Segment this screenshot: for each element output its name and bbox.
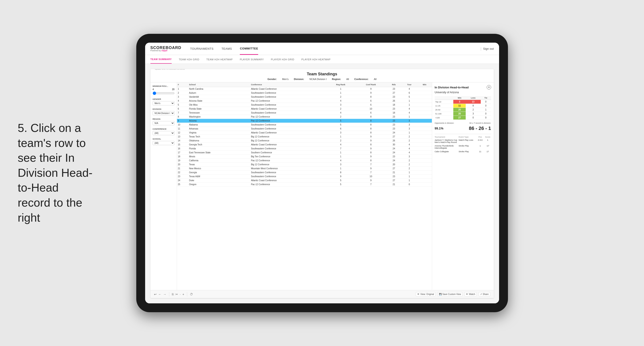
cell-win [417, 171, 432, 174]
cell-num: 15 [177, 143, 188, 147]
table-row[interactable]: 9 Arizona Pac-12 Conference 5 8 23 3 [177, 119, 432, 123]
cell-conf-rank: 7 [355, 182, 386, 186]
table-row[interactable]: 2 Auburn Southeastern Conference 1 9 27 … [177, 91, 432, 95]
table-row[interactable]: 22 Georgia Southeastern Conference 8 7 2… [177, 171, 432, 174]
share-button[interactable]: ↗ Share [478, 292, 490, 296]
table-row[interactable]: 8 Washington Pac-12 Conference 2 8 23 1 [177, 115, 432, 119]
h2h-cell-win: 20 [453, 112, 466, 116]
table-row[interactable]: 5 Ole Miss Southeastern Conference 3 6 1… [177, 103, 432, 107]
table-row[interactable]: 16 Florida Southeastern Conference 7 9 2… [177, 147, 432, 151]
next-icon[interactable]: → [163, 293, 166, 296]
nav-committee[interactable]: COMMITTEE [240, 43, 258, 55]
table-row[interactable]: 12 Virginia Atlantic Coast Conference 3 … [177, 131, 432, 135]
h2h-cell-label: Top 10 [435, 100, 454, 104]
cell-conf-rank: 8 [355, 123, 386, 127]
table-row[interactable]: 1 North Carolina Atlantic Coast Conferen… [177, 87, 432, 91]
time-icon[interactable]: ⏱ [190, 293, 193, 296]
cell-rds: 27 [386, 167, 401, 171]
add-icon[interactable]: + [182, 293, 184, 296]
table-row[interactable]: 7 Tennessee Southeastern Conference 4 6 … [177, 111, 432, 115]
table-row[interactable]: 24 Duke Atlantic Coast Conference 5 9 27… [177, 178, 432, 182]
region-select[interactable]: N/A [153, 121, 174, 125]
gender-select[interactable]: Men's [153, 101, 174, 105]
table-row[interactable]: 11 Arkansas Southeastern Conference 6 8 … [177, 127, 432, 131]
table-row[interactable]: 21 New Mexico Mountain West Conference 1… [177, 167, 432, 171]
table-row[interactable]: 14 Oklahoma Big 12 Conference 2 9 26 2 [177, 139, 432, 143]
subnav-team-h2h-grid[interactable]: TEAM H2H GRID [179, 55, 199, 63]
cell-num: 9 [177, 119, 188, 123]
cell-reg-rank: 5 [326, 178, 355, 182]
col-event-type: Event Type [458, 136, 476, 138]
table-row[interactable]: 13 Texas Tech Big 12 Conference 1 9 27 2 [177, 135, 432, 139]
school-select[interactable]: (All) [153, 141, 174, 145]
cell-reg-rank: 2 [326, 95, 355, 99]
h2h-close-button[interactable]: ✕ [487, 85, 491, 89]
table-row[interactable]: 23 Texas A&M Southeastern Conference 9 1… [177, 174, 432, 178]
tournament-rows: Jackson T. Stephens Cup Men's Match-Play… [435, 139, 491, 153]
table-row[interactable]: 19 California Pac-12 Conference 4 8 24 2 [177, 159, 432, 163]
cell-school: Tennessee [188, 111, 250, 115]
cell-num: 7 [177, 111, 188, 115]
prev-icon[interactable]: ← [158, 293, 162, 296]
cell-rds: 27 [386, 178, 401, 182]
h2h-table: Win Loss Tie Top 10 3 13 0 11-25 11 8 0 … [435, 96, 491, 120]
nav-tournaments[interactable]: TOURNAMENTS [190, 43, 214, 54]
view-original-button[interactable]: 👁 View: Original [416, 292, 436, 296]
col-rds: Rds [386, 82, 401, 87]
table-row[interactable]: 17 East Tennessee State Southern Confere… [177, 151, 432, 155]
table-row[interactable]: 3 Vanderbilt Southeastern Conference 2 8… [177, 95, 432, 99]
undo-icon[interactable]: ↩ [154, 293, 157, 296]
h2h-title: In Division Head-to-Head [435, 86, 469, 89]
cell-conference: Atlantic Coast Conference [250, 107, 326, 111]
sign-out-button[interactable]: Sign out [483, 47, 494, 50]
gender-value: Men's [282, 78, 288, 80]
region-filter: Region N/A [153, 118, 174, 125]
nav-teams[interactable]: TEAMS [222, 43, 232, 54]
h2h-cell-tie: 0 [481, 104, 491, 108]
subnav-team-summary[interactable]: TEAM SUMMARY [150, 55, 172, 64]
h2h-cell-win: 3 [453, 100, 466, 104]
table-row[interactable]: 4 Arizona State Pac-12 Conference 4 6 26… [177, 99, 432, 103]
subnav-player-h2h-heatmap[interactable]: PLAYER H2H HEATMAP [301, 55, 330, 63]
h2h-table-body: Top 10 3 13 0 11-25 11 8 0 26-50 25 2 1 … [435, 100, 491, 120]
cell-school: Alabama [188, 123, 250, 127]
subnav-team-h2h-heatmap[interactable]: TEAM H2H HEATMAP [206, 55, 233, 63]
cell-rds: 23 [386, 127, 401, 131]
h2h-cell-win: 11 [453, 104, 466, 108]
division-filter: Division NCAA Division I [153, 108, 174, 115]
table-row[interactable]: 10 Alabama Southeastern Conference 5 8 2… [177, 123, 432, 127]
subnav-player-h2h-grid[interactable]: PLAYER H2H GRID [271, 55, 294, 63]
min-rounds-val1: 4 [153, 88, 154, 91]
dot-icon[interactable]: · [180, 293, 181, 296]
cell-num: 18 [177, 155, 188, 159]
table-row[interactable]: 18 Illinois Big Ten Conference 1 9 23 3 [177, 155, 432, 159]
col-conf-rank: Conf Rank [355, 82, 386, 87]
division-select[interactable]: NCAA Division I [153, 111, 174, 115]
cut-icon[interactable]: ✂ [176, 293, 178, 296]
table-row[interactable]: 25 Oregon Pac-12 Conference 5 7 21 0 [177, 182, 432, 186]
h2h-school: University of Arizona [435, 91, 491, 94]
view-icon: 👁 [417, 293, 420, 295]
subnav-player-summary[interactable]: PLAYER SUMMARY [240, 55, 264, 63]
min-rounds-slider[interactable] [153, 91, 174, 95]
cell-school: East Tennessee State [188, 151, 250, 155]
save-custom-button[interactable]: 💾 Save Custom View [437, 292, 462, 296]
cell-rds: 23 [386, 123, 401, 127]
cell-tour: 1 [401, 178, 418, 182]
cell-num: 14 [177, 139, 188, 143]
watch-button[interactable]: 👁 Watch [464, 292, 477, 296]
h2h-cell-label: 51-100 [435, 112, 454, 116]
cell-win [417, 123, 432, 127]
gender-label: Gender: [268, 78, 277, 80]
cell-conference: Pac-12 Conference [250, 99, 326, 103]
table-row[interactable]: 6 Florida State Atlantic Coast Conferenc… [177, 107, 432, 111]
cell-tour: 1 [401, 174, 418, 178]
h2h-cell-label: 26-50 [435, 108, 454, 112]
copy-icon[interactable]: ⎘ [172, 293, 174, 296]
table-row[interactable]: 20 Texas Big 12 Conference 3 7 20 2 [177, 163, 432, 167]
table-row[interactable]: 15 Georgia Tech Atlantic Coast Conferenc… [177, 143, 432, 147]
conference-select[interactable]: (All) [153, 131, 174, 135]
cell-conf-rank: 6 [355, 103, 386, 107]
cell-reg-rank: 2 [326, 115, 355, 119]
cell-reg-rank: 3 [326, 163, 355, 167]
